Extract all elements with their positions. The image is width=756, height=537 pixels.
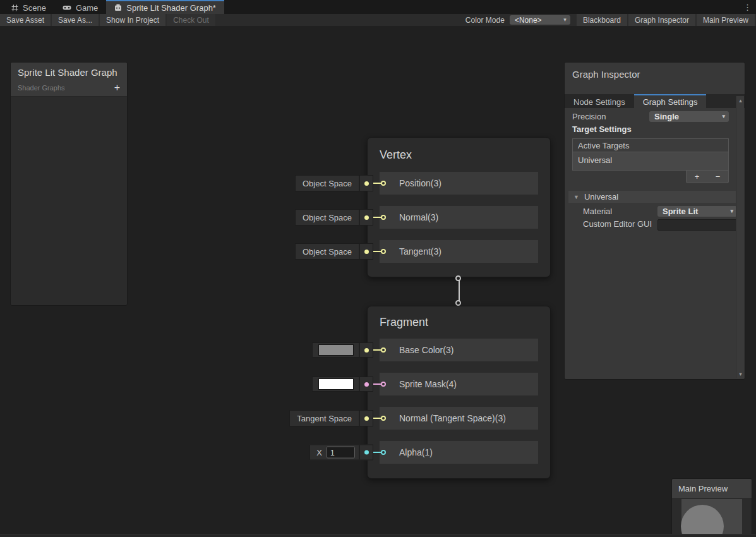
tangent-space-label: Object Space: [303, 247, 352, 256]
vertex-slot-position[interactable]: Object Space Position(3): [380, 172, 538, 195]
position-slot-label: Position(3): [399, 178, 441, 188]
vertex-out-port[interactable]: [455, 275, 461, 281]
fragment-node-title: Fragment: [368, 306, 550, 339]
window-tab-bar: Scene Game Sprite Lit Shader Graph* ⋮: [0, 0, 756, 14]
alpha-slot-label: Alpha(1): [399, 447, 433, 457]
base-color-swatch[interactable]: [318, 344, 354, 356]
add-target-button[interactable]: +: [687, 171, 707, 183]
main-preview-toggle-button[interactable]: Main Preview: [697, 14, 755, 26]
remove-target-button[interactable]: −: [707, 171, 728, 183]
vertex-slot-tangent[interactable]: Object Space Tangent(3): [380, 240, 538, 263]
graph-inspector-panel: Graph Inspector Node Settings Graph Sett…: [564, 62, 745, 380]
tab-graph-settings[interactable]: Graph Settings: [634, 94, 707, 108]
tab-game-label: Game: [76, 3, 98, 13]
vertex-fragment-edge: [459, 280, 460, 303]
position-space-selector[interactable]: Object Space: [295, 175, 373, 191]
main-preview-title: Main Preview: [672, 479, 752, 498]
fragment-slot-normal-ts[interactable]: Tangent Space Normal (Tangent Space)(3): [380, 407, 538, 430]
save-asset-button[interactable]: Save Asset: [0, 14, 51, 26]
tab-shader-graph-label: Sprite Lit Shader Graph*: [126, 3, 216, 13]
vertex-node-title: Vertex: [368, 138, 550, 172]
base-color-slot-label: Base Color(3): [399, 345, 453, 355]
alpha-value-widget: X: [309, 445, 373, 461]
custom-editor-gui-label: Custom Editor GUI: [583, 219, 657, 229]
normal-ts-space-selector[interactable]: Tangent Space: [289, 410, 373, 426]
position-port[interactable]: [381, 181, 386, 186]
sprite-mask-dot: [364, 382, 369, 387]
shader-graph-icon: [114, 4, 122, 11]
foldout-arrow-icon: ▼: [573, 194, 579, 200]
color-mode-label: Color Mode: [460, 14, 510, 26]
fragment-slot-sprite-mask[interactable]: Sprite Mask(4): [380, 373, 538, 395]
shader-graph-toolbar: Save Asset Save As... Show In Project Ch…: [0, 14, 756, 26]
tab-scene[interactable]: Scene: [3, 0, 54, 14]
normal-space-dot: [364, 215, 369, 220]
inspector-tab-strip: Node Settings Graph Settings: [565, 94, 745, 108]
fragment-in-port[interactable]: [455, 300, 461, 306]
tangent-space-selector[interactable]: Object Space: [295, 243, 373, 260]
blackboard-toggle-button[interactable]: Blackboard: [577, 14, 627, 26]
tab-game[interactable]: Game: [54, 0, 106, 14]
window-menu-icon[interactable]: ⋮: [743, 0, 752, 14]
universal-foldout-header[interactable]: ▼ Universal: [568, 191, 741, 203]
fragment-slot-base-color[interactable]: Base Color(3): [380, 339, 538, 361]
main-preview-panel: Main Preview: [671, 478, 752, 537]
sprite-mask-swatch[interactable]: [318, 378, 354, 390]
blackboard-subtitle: Shader Graphs: [18, 84, 65, 92]
save-as-button[interactable]: Save As...: [52, 14, 99, 26]
sprite-mask-widget: [312, 377, 373, 392]
alpha-value-input[interactable]: [327, 447, 355, 459]
scene-grid-icon: [11, 4, 18, 11]
alpha-dot: [364, 450, 369, 455]
tangent-slot-label: Tangent(3): [399, 246, 441, 256]
sprite-mask-port[interactable]: [381, 382, 386, 387]
tangent-port[interactable]: [381, 249, 386, 254]
normal-slot-label: Normal(3): [399, 212, 438, 222]
active-targets-header: Active Targets: [573, 139, 728, 152]
blackboard-header: Sprite Lit Shader Graph Shader Graphs +: [11, 63, 127, 97]
show-in-project-button[interactable]: Show In Project: [100, 14, 165, 26]
position-space-label: Object Space: [303, 179, 352, 188]
add-property-button[interactable]: +: [114, 83, 120, 93]
position-space-dot: [364, 181, 369, 186]
bottom-status-strip: [0, 534, 756, 537]
tab-node-settings[interactable]: Node Settings: [565, 94, 634, 108]
graph-inspector-title: Graph Inspector: [565, 63, 745, 94]
scroll-down-icon[interactable]: ▾: [736, 371, 745, 377]
chevron-down-icon: ▾: [730, 208, 733, 214]
normal-ts-slot-label: Normal (Tangent Space)(3): [399, 413, 506, 423]
precision-value: Single: [654, 112, 679, 121]
alpha-x-label: X: [316, 448, 322, 457]
chevron-down-icon: ▾: [563, 17, 567, 23]
tab-shader-graph[interactable]: Sprite Lit Shader Graph*: [106, 0, 224, 14]
base-color-widget: [312, 342, 373, 358]
base-color-port[interactable]: [381, 347, 386, 353]
graph-inspector-toggle-button[interactable]: Graph Inspector: [628, 14, 695, 26]
unity-shader-graph-window: Scene Game Sprite Lit Shader Graph* ⋮ Sa…: [0, 0, 756, 537]
target-list-buttons: + −: [686, 171, 729, 183]
fragment-slot-alpha[interactable]: X Alpha(1): [380, 441, 538, 464]
precision-label: Precision: [572, 112, 649, 121]
material-dropdown[interactable]: Sprite Lit ▾: [657, 206, 737, 217]
inspector-scrollbar[interactable]: ▴ ▾: [736, 96, 744, 378]
universal-foldout-title: Universal: [584, 192, 618, 202]
graph-canvas[interactable]: Sprite Lit Shader Graph Shader Graphs + …: [0, 26, 756, 534]
normal-ts-port[interactable]: [381, 416, 386, 421]
scroll-up-icon[interactable]: ▴: [736, 97, 745, 104]
normal-space-selector[interactable]: Object Space: [295, 209, 373, 226]
active-target-universal[interactable]: Universal: [573, 152, 728, 170]
alpha-port[interactable]: [381, 450, 386, 455]
normal-port[interactable]: [381, 215, 386, 220]
normal-space-label: Object Space: [303, 213, 352, 222]
sprite-mask-slot-label: Sprite Mask(4): [399, 379, 457, 389]
tangent-space-dot: [364, 250, 369, 254]
main-preview-viewport[interactable]: [672, 498, 752, 537]
precision-dropdown[interactable]: Single ▾: [649, 111, 729, 122]
normal-ts-space-label: Tangent Space: [297, 414, 352, 423]
custom-editor-gui-input[interactable]: [657, 219, 737, 231]
fragment-node[interactable]: Fragment Base Color(3): [367, 306, 551, 479]
vertex-slot-normal[interactable]: Object Space Normal(3): [380, 206, 538, 229]
color-mode-dropdown[interactable]: <None> ▾: [510, 15, 570, 25]
vertex-node[interactable]: Vertex Object Space Position(3) Object S…: [367, 137, 551, 277]
tab-scene-label: Scene: [23, 3, 46, 13]
